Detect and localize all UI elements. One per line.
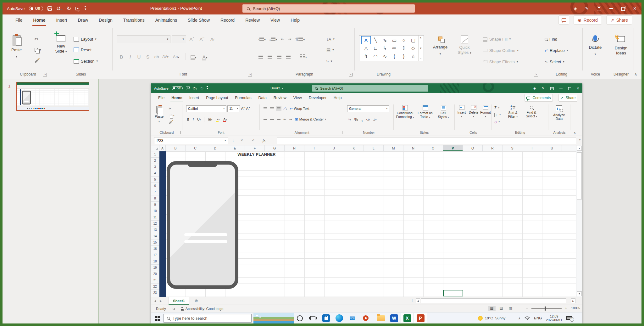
sheetbar-splitter[interactable]: ⋮	[411, 299, 414, 302]
excel-tab[interactable]: View	[290, 93, 305, 103]
taskbar-store[interactable]	[319, 313, 333, 323]
save-icon[interactable]	[47, 6, 52, 11]
increase-indent-button[interactable]: ⇥	[289, 117, 292, 121]
shape-glyph[interactable]: △	[361, 44, 371, 52]
ppt-tab[interactable]: Review	[240, 14, 265, 26]
ppt-tab[interactable]: Design	[93, 14, 118, 26]
ppt-tab[interactable]: Transitions	[118, 14, 150, 26]
alignment-dialog-launcher[interactable]	[340, 131, 342, 134]
shapes-gallery-scroll[interactable]: ▲▼≡	[418, 36, 423, 61]
vertical-scroll-thumb[interactable]	[577, 152, 582, 200]
column-header[interactable]: F	[245, 145, 265, 151]
phone-mockup-image[interactable]	[167, 161, 238, 289]
redo-button[interactable]: ↻	[67, 5, 71, 12]
undo-button[interactable]: ↺	[56, 5, 62, 12]
column-header[interactable]: H	[285, 145, 304, 151]
fill-color-button[interactable]: ◔	[216, 117, 219, 121]
row-header[interactable]: 9	[151, 202, 159, 208]
quick-access-more-icon[interactable]: ▾	[85, 7, 86, 11]
scroll-up-icon[interactable]: ▲	[577, 146, 582, 151]
row-header[interactable]: 21	[151, 277, 159, 284]
column-header[interactable]: U	[542, 145, 562, 151]
restore-button[interactable]	[568, 87, 571, 90]
increase-decimal-button[interactable]: ‹.0	[366, 118, 369, 121]
column-header[interactable]: O	[423, 145, 443, 151]
column-header[interactable]: K	[344, 145, 364, 151]
column-header[interactable]: I	[304, 145, 324, 151]
row-header[interactable]: 13	[151, 227, 159, 233]
ppt-tab[interactable]: Insert	[51, 14, 72, 26]
character-spacing-button[interactable]: AV	[161, 54, 170, 59]
shape-glyph[interactable]: ↯	[361, 52, 371, 60]
formula-input[interactable]	[277, 137, 576, 144]
font-color-button[interactable]: A	[223, 117, 227, 121]
ppt-tab[interactable]: View	[265, 14, 285, 26]
accessibility-status[interactable]: Accessibility: Good to go	[181, 307, 223, 311]
format-as-table-button[interactable]: Format asTable	[416, 105, 435, 119]
clear-formatting-button[interactable]: A̷	[208, 37, 216, 42]
shape-glyph[interactable]: ∟	[371, 44, 380, 52]
design-ideas-button[interactable]: ↯ DesignIdeas	[612, 35, 630, 56]
number-format-combo[interactable]: General	[347, 105, 389, 112]
row-header[interactable]: 2	[151, 158, 159, 164]
comma-style-button[interactable]: ,	[361, 117, 363, 122]
font-size-combo[interactable]	[172, 35, 186, 43]
next-sheet-icon[interactable]: ▶	[160, 300, 162, 302]
excel-tab[interactable]: Page Layout	[203, 93, 231, 103]
column-header[interactable]: E	[225, 145, 245, 151]
font-name-combo[interactable]	[117, 35, 170, 43]
highlight-button[interactable]	[189, 54, 198, 59]
ppt-tab[interactable]: Help	[285, 14, 305, 26]
share-button[interactable]: ↗Share	[558, 94, 577, 102]
inking-icon[interactable]: ✎	[585, 6, 589, 11]
find-button[interactable]: Find	[545, 35, 557, 43]
hscroll-right-icon[interactable]: ▶	[571, 298, 575, 303]
delete-cells-button[interactable]: Delete	[468, 105, 479, 119]
quick-styles-button[interactable]: QuickStyles	[455, 35, 474, 55]
column-header[interactable]: D	[205, 145, 225, 151]
merge-center-button[interactable]: ▣Merge & Center	[295, 117, 326, 121]
reset-button[interactable]: Reset	[74, 46, 92, 53]
insert-function-icon[interactable]: fx	[263, 138, 265, 143]
shape-glyph[interactable]: ☆	[408, 52, 418, 60]
decrease-indent-button[interactable]: ⇤	[281, 37, 284, 42]
select-button[interactable]: ↖Select	[545, 58, 564, 65]
ppt-tab[interactable]: Home	[28, 14, 51, 26]
cut-button[interactable]: ✂	[35, 35, 39, 43]
taskbar-mail[interactable]: ✉	[346, 313, 359, 323]
shape-glyph[interactable]: ◠	[371, 52, 380, 60]
dictate-button[interactable]: Dictate	[587, 35, 603, 57]
accounting-format-button[interactable]: ¤	[348, 117, 351, 121]
taskbar-search-box[interactable]: Type here to search	[164, 314, 252, 323]
cut-button[interactable]: ✂	[169, 105, 172, 112]
row-header[interactable]: 14	[151, 233, 159, 239]
line-spacing-button[interactable]: ⇅	[295, 37, 304, 42]
row-header[interactable]: 20	[151, 271, 159, 277]
prev-sheet-icon[interactable]: ◀	[154, 300, 156, 302]
add-sheet-icon[interactable]: ⊕	[194, 298, 199, 303]
taskbar-edge[interactable]	[333, 313, 346, 323]
taskbar-cortana[interactable]	[293, 313, 306, 323]
shapes-gallery[interactable]: A╲⇘▭○▢△∟↳⇨⇩◇↯◠∿{}☆	[359, 35, 424, 61]
column-header[interactable]: R	[483, 145, 502, 151]
align-left-button[interactable]	[264, 118, 267, 121]
font-color-button[interactable]: A	[198, 54, 212, 59]
horizontal-scroll-thumb[interactable]	[421, 298, 566, 303]
row-header[interactable]: 5	[151, 177, 159, 183]
shape-glyph[interactable]: {	[390, 52, 399, 60]
cell-styles-button[interactable]: CellStyles	[435, 105, 452, 119]
shape-glyph[interactable]: }	[399, 52, 408, 60]
inking-icon[interactable]: ✎	[542, 86, 545, 90]
page-break-view-button[interactable]: ▥	[507, 306, 514, 311]
hscroll-left-icon[interactable]: ◀	[416, 298, 420, 303]
excel-tab[interactable]: Data	[255, 93, 270, 103]
restore-button[interactable]	[621, 7, 625, 11]
sheet-tab[interactable]: Sheet1	[169, 297, 189, 305]
paste-button[interactable]: Paste	[155, 106, 164, 124]
section-button[interactable]: Section	[74, 57, 98, 65]
wrap-text-button[interactable]: ↩Wrap Text	[290, 107, 309, 111]
taskbar-powerpoint-running[interactable]: P	[414, 313, 427, 323]
macro-record-icon[interactable]	[172, 307, 175, 310]
row-header[interactable]: 17	[151, 252, 159, 258]
comments-button[interactable]	[558, 15, 569, 25]
